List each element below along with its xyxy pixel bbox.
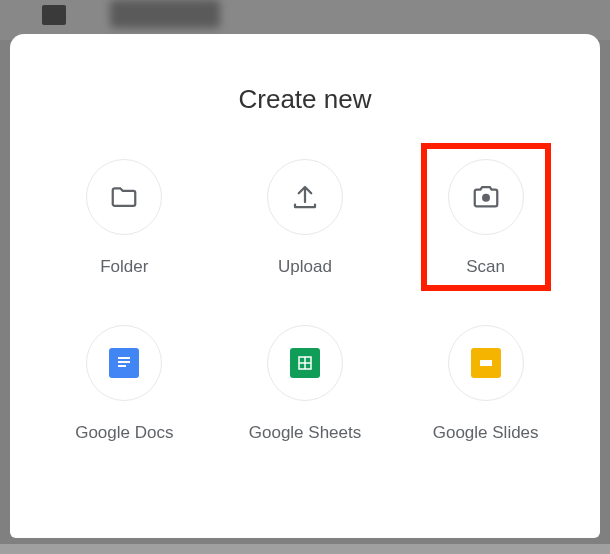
background-blur bbox=[110, 0, 220, 28]
upload-icon-circle bbox=[267, 159, 343, 235]
option-slides-label: Google Slides bbox=[433, 423, 539, 443]
option-slides[interactable]: Google Slides bbox=[395, 325, 576, 443]
option-docs[interactable]: Google Docs bbox=[34, 325, 215, 443]
slides-icon bbox=[471, 348, 501, 378]
bottom-bar bbox=[0, 544, 610, 554]
option-upload-label: Upload bbox=[278, 257, 332, 277]
docs-icon-circle bbox=[86, 325, 162, 401]
option-folder-label: Folder bbox=[100, 257, 148, 277]
svg-rect-3 bbox=[118, 365, 126, 367]
create-new-sheet: Create new Folder Up bbox=[10, 34, 600, 538]
option-scan[interactable]: Scan bbox=[395, 159, 576, 277]
svg-rect-1 bbox=[118, 357, 130, 359]
option-folder[interactable]: Folder bbox=[34, 159, 215, 277]
folder-icon-circle bbox=[86, 159, 162, 235]
slides-icon-circle bbox=[448, 325, 524, 401]
option-scan-label: Scan bbox=[466, 257, 505, 277]
camera-icon bbox=[471, 182, 501, 212]
sheets-icon bbox=[290, 348, 320, 378]
background-folder-icon bbox=[42, 5, 66, 25]
scan-icon-circle bbox=[448, 159, 524, 235]
folder-icon bbox=[109, 182, 139, 212]
option-sheets-label: Google Sheets bbox=[249, 423, 361, 443]
option-upload[interactable]: Upload bbox=[215, 159, 396, 277]
option-sheets[interactable]: Google Sheets bbox=[215, 325, 396, 443]
option-docs-label: Google Docs bbox=[75, 423, 173, 443]
docs-icon bbox=[109, 348, 139, 378]
upload-icon bbox=[290, 182, 320, 212]
svg-rect-7 bbox=[480, 360, 492, 366]
svg-rect-2 bbox=[118, 361, 130, 363]
options-grid: Folder Upload bbox=[10, 159, 600, 443]
sheets-icon-circle bbox=[267, 325, 343, 401]
svg-point-0 bbox=[482, 194, 490, 202]
sheet-title: Create new bbox=[10, 84, 600, 115]
